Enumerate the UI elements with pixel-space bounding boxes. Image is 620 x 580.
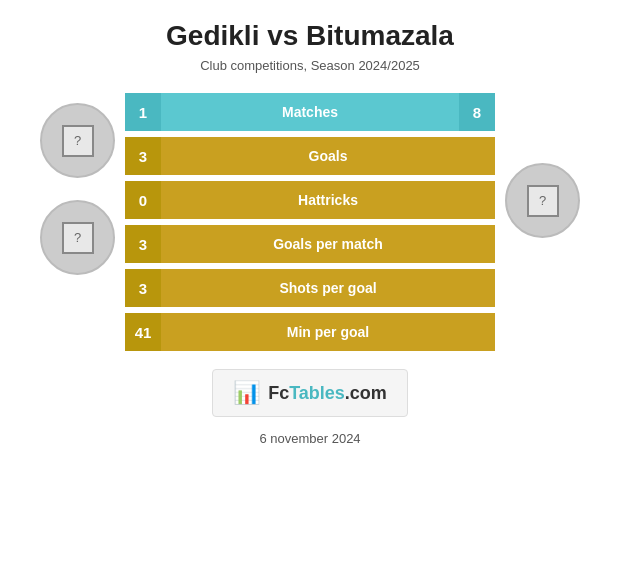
logo-box: 📊 FcTables.com — [212, 369, 408, 417]
left-avatar-2: ? — [40, 200, 115, 275]
left-avatar-1: ? — [40, 103, 115, 178]
bar-left-value: 0 — [125, 181, 161, 219]
bar-row: 3Goals — [125, 137, 495, 175]
logo-icon: 📊 — [233, 380, 260, 406]
bar-label: Goals per match — [161, 225, 495, 263]
bar-left-value: 41 — [125, 313, 161, 351]
bar-row: 3Goals per match — [125, 225, 495, 263]
bar-label: Goals — [161, 137, 495, 175]
date-text: 6 november 2024 — [259, 431, 360, 446]
right-avatars: ? — [505, 163, 580, 238]
bar-label: Matches — [161, 93, 459, 131]
left-avatars: ? ? — [40, 103, 115, 275]
page-title: Gedikli vs Bitumazala — [166, 20, 454, 52]
comparison-area: ? ? 1Matches83Goals0Hattricks3Goals per … — [0, 93, 620, 351]
bar-row: 41Min per goal — [125, 313, 495, 351]
page-subtitle: Club competitions, Season 2024/2025 — [200, 58, 420, 73]
bar-left-value: 3 — [125, 137, 161, 175]
bar-label: Shots per goal — [161, 269, 495, 307]
bar-left-value: 1 — [125, 93, 161, 131]
bar-left-value: 3 — [125, 269, 161, 307]
bar-row: 0Hattricks — [125, 181, 495, 219]
logo-text: FcTables.com — [268, 383, 387, 404]
bar-row: 1Matches8 — [125, 93, 495, 131]
bar-right-value: 8 — [459, 93, 495, 131]
right-avatar-1: ? — [505, 163, 580, 238]
left-avatar-2-placeholder: ? — [62, 222, 94, 254]
bars-container: 1Matches83Goals0Hattricks3Goals per matc… — [125, 93, 495, 351]
bar-row: 3Shots per goal — [125, 269, 495, 307]
bar-label: Min per goal — [161, 313, 495, 351]
page: Gedikli vs Bitumazala Club competitions,… — [0, 0, 620, 580]
logo-area: 📊 FcTables.com — [212, 369, 408, 417]
left-avatar-1-placeholder: ? — [62, 125, 94, 157]
bar-label: Hattricks — [161, 181, 495, 219]
bar-left-value: 3 — [125, 225, 161, 263]
right-avatar-1-placeholder: ? — [527, 185, 559, 217]
